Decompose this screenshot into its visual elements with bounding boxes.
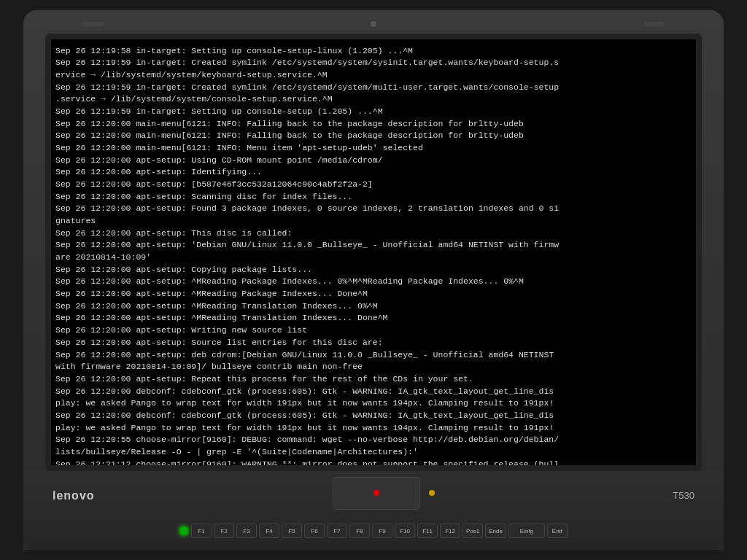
key-f6[interactable]: F6 <box>304 524 325 538</box>
screen-bezel: Sep 26 12:19:58 in-target: Setting up co… <box>45 34 702 471</box>
terminal-line: Sep 26 12:20:00 apt-setup: ^MReading Pac… <box>55 288 692 300</box>
terminal-line: Sep 26 12:20:00 apt-setup: Source list e… <box>55 337 692 349</box>
key-f12[interactable]: F12 <box>440 524 460 538</box>
terminal-line: Sep 26 12:20:00 apt-setup: Copying packa… <box>55 264 692 276</box>
terminal-line: are 20210814-10:09' <box>55 252 692 264</box>
terminal-line: .service → /lib/systemd/system/console-s… <box>55 93 692 106</box>
key-ende[interactable]: Ende <box>485 524 506 538</box>
key-f3[interactable]: F3 <box>236 524 257 538</box>
terminal-line: Sep 26 12:20:00 apt-setup: Identifying..… <box>55 166 692 179</box>
bottom-panel: lenovo T530 F1 F2 F3 F4 F5 F6 F7 F8 F9 <box>23 471 724 550</box>
key-f7[interactable]: F7 <box>327 524 347 538</box>
terminal-line: Sep 26 12:20:00 main-menu[6121: INFO: Fa… <box>55 130 692 142</box>
terminal-line: play: we asked Pango to wrap text for wi… <box>55 397 692 410</box>
terminal-line: Sep 26 12:20:00 main-menu[6121: INFO: Me… <box>55 142 692 155</box>
speaker-left <box>82 22 104 26</box>
terminal-line: Sep 26 12:20:00 apt-setup: This disc is … <box>55 228 692 240</box>
terminal-screen: Sep 26 12:19:58 in-target: Setting up co… <box>51 39 696 465</box>
terminal-line: Sep 26 12:20:00 apt-setup: deb cdrom:[De… <box>55 349 692 362</box>
terminal-line: gnatures <box>55 215 692 228</box>
key-f4[interactable]: F4 <box>259 524 279 538</box>
terminal-line: Sep 26 12:20:00 debconf: cdebconf_gtk (p… <box>55 410 692 422</box>
key-f9[interactable]: F9 <box>372 524 392 538</box>
terminal-line: ervice → /lib/systemd/system/keyboard-se… <box>55 69 692 82</box>
terminal-line: Sep 26 12:20:00 apt-setup: Scanning disc… <box>55 191 692 203</box>
terminal-line: Sep 26 12:20:00 apt-setup: ^MReading Tra… <box>55 312 692 324</box>
terminal-line: with firmware 20210814-10:09]/ bullseye … <box>55 361 692 373</box>
touchpad-area: lenovo T530 <box>23 471 724 515</box>
power-indicator <box>179 526 188 535</box>
terminal-line: Sep 26 12:19:59 in-target: Created symli… <box>55 82 692 94</box>
terminal-line: Sep 26 12:21:12 choose-mirror[9160]: WAR… <box>55 459 692 465</box>
terminal-line: Sep 26 12:19:58 in-target: Setting up co… <box>55 45 692 58</box>
key-f10[interactable]: F10 <box>395 524 415 538</box>
keyboard-row: F1 F2 F3 F4 F5 F6 F7 F8 F9 F10 F11 F12 P… <box>23 515 724 548</box>
terminal-line: Sep 26 12:20:00 main-menu[6121: INFO: Fa… <box>55 118 692 131</box>
laptop-top-bar <box>23 18 724 31</box>
key-einfg[interactable]: Einfg <box>508 524 545 538</box>
key-f11[interactable]: F11 <box>417 524 438 538</box>
speaker-right <box>643 22 665 26</box>
terminal-line: Sep 26 12:19:59 in-target: Created symli… <box>55 57 692 69</box>
yellow-indicator <box>429 490 435 496</box>
model-label: T530 <box>673 490 694 501</box>
key-f2[interactable]: F2 <box>214 524 234 538</box>
terminal-line: Sep 26 12:20:00 apt-setup: 'Debian GNU/L… <box>55 239 692 252</box>
terminal-line: lists/bullseye/Release -O - | grep -E '^… <box>55 446 692 459</box>
terminal-line: Sep 26 12:20:00 apt-setup: [b587e46f3cc5… <box>55 179 692 191</box>
terminal-line: Sep 26 12:20:00 apt-setup: ^MReading Pac… <box>55 276 692 288</box>
webcam <box>371 21 376 27</box>
key-f1[interactable]: F1 <box>191 524 212 538</box>
touchpad[interactable] <box>333 477 420 510</box>
terminal-line: play: we asked Pango to wrap text for wi… <box>55 422 692 435</box>
function-key-row: F1 F2 F3 F4 F5 F6 F7 F8 F9 F10 F11 F12 P… <box>191 524 568 538</box>
terminal-line: Sep 26 12:20:00 apt-setup: Using CD-ROM … <box>55 155 692 167</box>
laptop-body: Sep 26 12:19:58 in-target: Setting up co… <box>23 10 724 550</box>
trackpoint <box>374 490 379 496</box>
terminal-line: Sep 26 12:20:00 apt-setup: Writing new s… <box>55 324 692 337</box>
key-entf[interactable]: Entf <box>547 524 568 538</box>
key-f8[interactable]: F8 <box>349 524 370 538</box>
brand-logo: lenovo <box>53 489 95 502</box>
terminal-line: Sep 26 12:20:00 apt-setup: Repeat this p… <box>55 373 692 386</box>
terminal-line: Sep 26 12:19:59 in-target: Setting up co… <box>55 106 692 118</box>
key-pos1[interactable]: Pos1 <box>462 524 483 538</box>
terminal-line: Sep 26 12:20:55 choose-mirror[9160]: DEB… <box>55 434 692 446</box>
terminal-line: Sep 26 12:20:00 apt-setup: Found 3 packa… <box>55 203 692 215</box>
key-f5[interactable]: F5 <box>282 524 302 538</box>
terminal-line: Sep 26 12:20:00 debconf: cdebconf_gtk (p… <box>55 386 692 398</box>
terminal-line: Sep 26 12:20:00 apt-setup: ^MReading Tra… <box>55 300 692 313</box>
